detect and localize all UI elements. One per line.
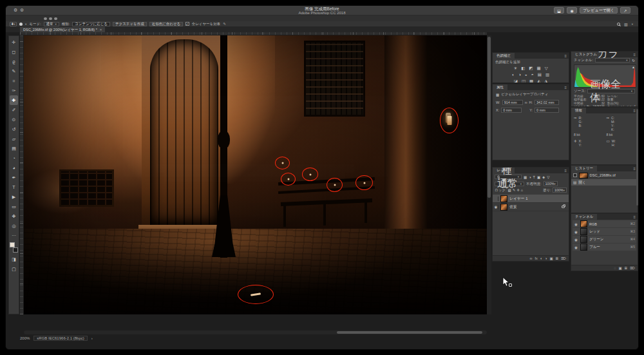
adjustment-icon[interactable]: ▥ bbox=[545, 72, 549, 77]
visibility-toggle[interactable]: ◉ bbox=[494, 205, 498, 209]
kind-proximity-match-button[interactable]: 近似色に合わせる bbox=[149, 22, 184, 26]
adjustment-icon[interactable]: ◮ bbox=[544, 79, 547, 83]
background-color-swatch[interactable] bbox=[13, 247, 18, 253]
zoom-level[interactable]: 200% bbox=[20, 336, 30, 340]
history-state-row[interactable]: ▤ 開く bbox=[571, 179, 638, 186]
layer-style-icon[interactable]: fx bbox=[535, 256, 537, 260]
adjustment-icon[interactable]: ◫ bbox=[522, 79, 526, 83]
type-tool[interactable]: T bbox=[10, 182, 18, 192]
brush-tool[interactable]: ✐ bbox=[10, 105, 18, 115]
opacity-field[interactable]: 100%▾ bbox=[544, 181, 558, 186]
panel-scrollbar[interactable] bbox=[636, 109, 638, 206]
history-source-checkbox[interactable] bbox=[573, 173, 577, 177]
adjustment-icon[interactable]: ◭ bbox=[537, 79, 540, 83]
eraser-tool[interactable]: ▱ bbox=[10, 134, 18, 144]
visibility-toggle[interactable]: ◉ bbox=[574, 238, 578, 242]
visibility-toggle[interactable]: ◉ bbox=[574, 230, 578, 234]
adjustment-icon[interactable]: ▦ bbox=[536, 66, 540, 71]
camera-button[interactable]: ⬓ bbox=[554, 7, 564, 14]
close-icon[interactable]: × bbox=[100, 28, 102, 32]
layer-thumbnail[interactable] bbox=[500, 195, 507, 202]
adjustment-icon[interactable]: ◐ bbox=[512, 72, 515, 77]
blend-mode-select[interactable]: 通常▾ bbox=[495, 182, 524, 186]
refresh-icon[interactable]: ↻ bbox=[632, 59, 635, 62]
hand-tool[interactable]: ✥ bbox=[10, 211, 18, 221]
visibility-toggle[interactable] bbox=[494, 197, 498, 201]
panel-menu-icon[interactable]: ≡ bbox=[633, 214, 638, 220]
tab-properties[interactable]: 属性 bbox=[493, 84, 507, 90]
layer-thumbnail[interactable] bbox=[500, 204, 507, 211]
adjustment-layer-icon[interactable]: ◑ bbox=[545, 256, 547, 260]
fill-field[interactable]: 100%▾ bbox=[553, 187, 567, 193]
lock-pixels-icon[interactable]: ✎ bbox=[513, 188, 516, 192]
save-selection-icon[interactable]: ▣ bbox=[618, 266, 621, 270]
channel-row[interactable]: ◉ブルー⌘5 bbox=[573, 244, 636, 251]
shape-tool[interactable]: ▭ bbox=[10, 202, 18, 211]
marquee-tool[interactable]: ◻ bbox=[10, 47, 18, 57]
layer-row-layer1[interactable]: レイヤー 1 bbox=[493, 195, 569, 203]
filter-type-icon[interactable]: T bbox=[533, 175, 535, 179]
new-channel-icon[interactable]: ⊞ bbox=[625, 266, 628, 270]
link-layers-icon[interactable]: ∞ bbox=[530, 256, 533, 260]
dodge-tool[interactable]: ◕ bbox=[10, 163, 18, 173]
zoom-tool[interactable]: ◎ bbox=[10, 221, 18, 231]
adjustment-icon[interactable]: ◒ bbox=[525, 72, 527, 77]
gradient-tool[interactable]: ▤ bbox=[10, 144, 18, 153]
link-dimensions-icon[interactable]: ∞ bbox=[525, 101, 527, 104]
panel-menu-icon[interactable]: ≡ bbox=[633, 52, 638, 57]
edit-toolbar-button[interactable]: ⋯ bbox=[10, 231, 18, 240]
current-tool-icon[interactable]: ✚▾ bbox=[10, 22, 17, 26]
status-chevron-icon[interactable]: › bbox=[91, 336, 93, 340]
tab-adjustments[interactable]: 色調補正 bbox=[493, 53, 515, 59]
search-icon[interactable] bbox=[617, 23, 620, 26]
chevron-down-icon[interactable]: ▾ bbox=[632, 23, 633, 26]
history-snapshot-row[interactable]: DSC_2368fix.tif bbox=[571, 171, 638, 179]
mode-select[interactable]: 通常▾ bbox=[44, 22, 59, 26]
panel-menu-icon[interactable]: ≡ bbox=[564, 84, 569, 90]
sample-all-layers-checkbox[interactable]: ✓ bbox=[185, 22, 189, 26]
clone-stamp-tool[interactable]: ⊙ bbox=[10, 115, 18, 124]
delete-channel-icon[interactable]: ⌦ bbox=[630, 266, 635, 270]
foreground-color-swatch[interactable] bbox=[10, 242, 15, 247]
adjustment-icon[interactable]: ◪ bbox=[514, 79, 518, 83]
filter-pixel-icon[interactable]: ▦ bbox=[524, 175, 527, 179]
layer-mask-icon[interactable]: ◐ bbox=[540, 256, 542, 260]
tab-history[interactable]: ヒストリー bbox=[571, 166, 597, 171]
adjustment-icon[interactable]: ☀ bbox=[513, 66, 517, 71]
blur-tool[interactable]: ◔ bbox=[10, 153, 18, 163]
layer-row-background[interactable]: ◉ 背景 bbox=[493, 203, 569, 211]
tab-channels[interactable]: チャンネル bbox=[571, 214, 597, 220]
tab-info[interactable]: 情報 bbox=[571, 108, 586, 113]
screen-mode-button[interactable]: ▢ bbox=[10, 264, 18, 274]
workspace-icon[interactable]: ▥ bbox=[624, 22, 628, 26]
channel-row[interactable]: ◉レッド⌘3 bbox=[573, 228, 636, 235]
visibility-toggle[interactable]: ◉ bbox=[574, 222, 578, 226]
lock-position-icon[interactable]: ✛ bbox=[516, 188, 520, 192]
quick-mask-button[interactable]: ◨ bbox=[10, 254, 18, 264]
document-tab[interactable]: DSC_2368fix.tif @ 200%(レイヤー 1, RGB/8) * … bbox=[20, 27, 105, 32]
canvas[interactable] bbox=[24, 35, 487, 314]
cached-data-warning-icon[interactable]: ▲ bbox=[632, 65, 635, 69]
share-button[interactable]: ↗ bbox=[620, 7, 630, 14]
adjustment-icon[interactable]: ◧ bbox=[521, 66, 525, 71]
channel-select[interactable]: カラー▾ bbox=[595, 58, 630, 62]
minimize-button[interactable] bbox=[49, 17, 52, 21]
adjustment-icon[interactable]: ▽ bbox=[545, 66, 548, 71]
kind-create-texture-button[interactable]: テクスチャを作成 bbox=[113, 22, 147, 26]
color-swatches[interactable] bbox=[10, 242, 18, 253]
new-layer-icon[interactable]: ⊞ bbox=[556, 256, 559, 260]
vertical-scrollbar[interactable] bbox=[487, 35, 491, 314]
close-button[interactable] bbox=[44, 17, 47, 21]
adjustment-icon[interactable]: ▩ bbox=[529, 79, 533, 83]
quick-selection-tool[interactable]: ✎ bbox=[10, 66, 18, 76]
panel-menu-icon[interactable]: ≡ bbox=[564, 53, 569, 59]
load-selection-icon[interactable]: ◌ bbox=[614, 266, 616, 270]
channel-row[interactable]: ◉グリーン⌘4 bbox=[573, 236, 636, 243]
x-field[interactable]: 0 mm bbox=[501, 108, 522, 113]
adjustment-icon[interactable]: ◑ bbox=[518, 72, 521, 77]
path-selection-tool[interactable]: ▶ bbox=[10, 192, 18, 202]
kind-content-aware-button[interactable]: コンテンツに応じる bbox=[72, 22, 110, 26]
source-select[interactable]: 画像全体▾ bbox=[587, 89, 635, 93]
visibility-toggle[interactable]: ◉ bbox=[574, 245, 578, 249]
filter-shape-icon[interactable]: ▣ bbox=[537, 175, 540, 179]
